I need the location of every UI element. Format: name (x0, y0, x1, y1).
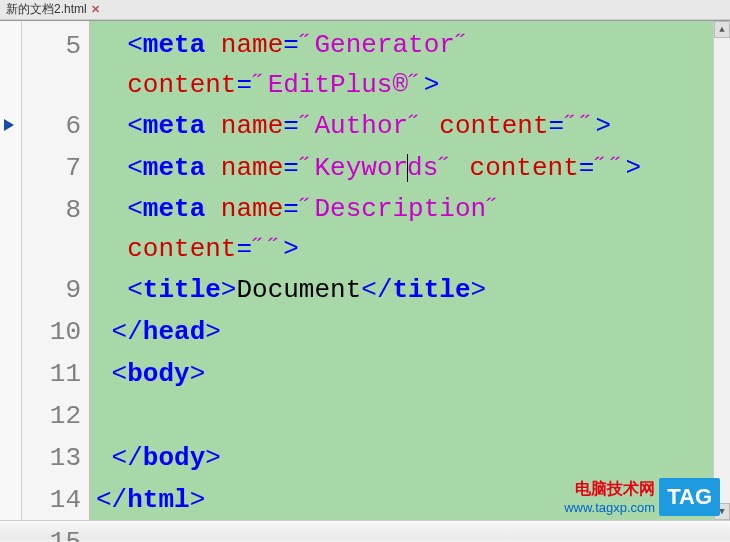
code-line: <title>Document</title> (96, 269, 707, 311)
code-line: <meta name=˝Generator˝ content=˝EditPlus… (96, 25, 707, 105)
line-number: 15 (22, 521, 81, 542)
line-number: 5 (22, 25, 81, 105)
line-number: 11 (22, 353, 81, 395)
line-number: 9 (22, 269, 81, 311)
file-tab[interactable]: 新的文档2.html ✕ (0, 0, 106, 20)
line-number: 12 (22, 395, 81, 437)
watermark: 电脑技术网 www.tagxp.com TAG (564, 478, 720, 516)
close-icon[interactable]: ✕ (91, 3, 100, 16)
vertical-scrollbar[interactable]: ▲ ▼ (713, 21, 730, 520)
line-number: 6 (22, 105, 81, 147)
tab-label: 新的文档2.html (6, 1, 87, 18)
line-number: 10 (22, 311, 81, 353)
code-line: </head> (96, 311, 707, 353)
code-line: <body> (96, 353, 707, 395)
editor: 5 6 7 8 9 10 11 12 13 14 15 <meta name=˝… (0, 20, 730, 520)
line-number: 14 (22, 479, 81, 521)
marker-margin (0, 21, 22, 520)
code-line (96, 395, 707, 437)
code-area[interactable]: <meta name=˝Generator˝ content=˝EditPlus… (90, 21, 713, 520)
status-bar (0, 520, 730, 540)
current-line-arrow-icon (4, 119, 14, 131)
tab-bar: 新的文档2.html ✕ (0, 0, 730, 20)
watermark-title: 电脑技术网 (564, 479, 655, 500)
code-line: <meta name=˝Author˝ content=˝˝> (96, 105, 707, 147)
line-number: 13 (22, 437, 81, 479)
line-number: 7 (22, 147, 81, 189)
watermark-url: www.tagxp.com (564, 500, 655, 515)
watermark-tag: TAG (659, 478, 720, 516)
line-number-gutter: 5 6 7 8 9 10 11 12 13 14 15 (22, 21, 90, 520)
code-line: <meta name=˝Description˝ content=˝˝> (96, 189, 707, 269)
code-line: </body> (96, 437, 707, 479)
code-line: <meta name=˝Keywords˝ content=˝˝> (96, 147, 707, 189)
scroll-up-icon[interactable]: ▲ (714, 21, 730, 38)
line-number: 8 (22, 189, 81, 269)
